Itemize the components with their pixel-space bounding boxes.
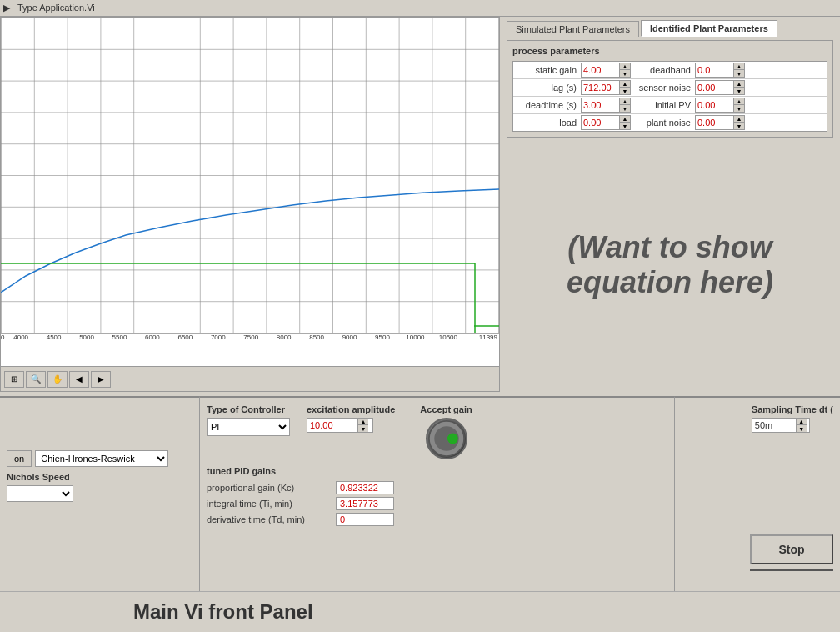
sampling-input-wrap: ▲ ▼ [752, 418, 810, 433]
load-input-wrap: ▲ ▼ [581, 115, 631, 130]
chart-pan-btn[interactable]: ✋ [48, 371, 68, 388]
chart-grid-btn[interactable]: ⊞ [4, 371, 24, 388]
initial-pv-label: initial PV [632, 98, 694, 112]
excitation-section: excitation amplitude ▲ ▼ [307, 404, 395, 459]
sensor-noise-label: sensor noise [632, 81, 694, 94]
lag-label: lag (s) [513, 81, 580, 94]
controller-type-label: Type of Controller [207, 404, 290, 414]
params-row-1: static gain ▲ ▼ deadband ▲ [513, 62, 827, 79]
deadband-input-wrap: ▲ ▼ [695, 63, 745, 78]
params-table: static gain ▲ ▼ deadband ▲ [512, 61, 828, 132]
deadband-up[interactable]: ▲ [734, 63, 744, 70]
tab-simulated[interactable]: Simulated Plant Parameters [507, 21, 639, 37]
params-row-4: load ▲ ▼ plant noise ▲ [513, 114, 827, 131]
chart-controls: ⊞ 🔍 ✋ ◀ ▶ [0, 367, 500, 392]
sampling-input[interactable] [752, 419, 796, 432]
method-row: on Chien-Hrones-Reswick [7, 450, 192, 467]
chart-area: 0 4000 4500 5000 5500 6000 6500 7000 750… [0, 17, 500, 367]
bottom-left: on Chien-Hrones-Reswick Nichols Speed [0, 396, 200, 591]
controller-type-section: Type of Controller PI PID P PD [207, 404, 290, 459]
controller-top: Type of Controller PI PID P PD excitatio… [207, 404, 668, 459]
sampling-label: Sampling Time dt ( [752, 404, 833, 414]
td-label: derivative time (Td, min) [207, 514, 336, 524]
static-gain-label: static gain [513, 63, 580, 77]
right-panel: Simulated Plant Parameters Identified Pl… [500, 17, 840, 396]
sampling-spinner: ▲ ▼ [796, 419, 807, 432]
lag-down[interactable]: ▼ [620, 88, 630, 94]
initial-pv-down[interactable]: ▼ [734, 105, 744, 112]
plant-noise-spinner: ▲ ▼ [733, 116, 744, 129]
deadband-label: deadband [632, 63, 694, 77]
chart-prev-btn[interactable]: ◀ [69, 371, 89, 388]
deadband-input[interactable] [696, 64, 733, 76]
chart-section: 0 4000 4500 5000 5500 6000 6500 7000 750… [0, 17, 500, 396]
static-gain-input[interactable] [582, 64, 619, 76]
controller-type-select[interactable]: PI PID P PD [207, 418, 290, 436]
exc-input[interactable] [308, 419, 358, 432]
exc-amplitude-label: excitation amplitude [307, 404, 395, 414]
deadtime-input[interactable] [582, 99, 619, 111]
static-gain-input-wrap: ▲ ▼ [581, 63, 631, 78]
stop-section: Stop [750, 534, 833, 571]
chart-zoom-btn[interactable]: 🔍 [26, 371, 46, 388]
bottom-area: on Chien-Hrones-Reswick Nichols Speed Ty… [0, 396, 840, 591]
sampling-section: Sampling Time dt ( ▲ ▼ [752, 404, 833, 433]
on-button[interactable]: on [7, 450, 32, 467]
exc-input-wrap: ▲ ▼ [307, 418, 373, 433]
deadband-down[interactable]: ▼ [734, 70, 744, 77]
plant-noise-down[interactable]: ▼ [734, 123, 744, 129]
exc-down[interactable]: ▼ [358, 425, 368, 432]
plant-noise-input[interactable] [696, 117, 733, 128]
gain-row-ti: integral time (Ti, min) 3.157773 [207, 497, 668, 510]
svg-point-7 [447, 434, 458, 444]
kc-label: proportional gain (Kc) [207, 483, 336, 493]
td-value: 0 [336, 513, 394, 526]
static-gain-up[interactable]: ▲ [620, 63, 630, 70]
nichols-select[interactable] [7, 485, 73, 502]
main-title: Main Vi front Panel [133, 600, 840, 624]
sensor-noise-input[interactable] [696, 82, 733, 93]
deadtime-down[interactable]: ▼ [620, 105, 630, 112]
stop-button[interactable]: Stop [750, 534, 833, 564]
params-row-3: deadtime (s) ▲ ▼ initial PV [513, 97, 827, 114]
ti-label: integral time (Ti, min) [207, 499, 336, 509]
initial-pv-input[interactable] [696, 99, 733, 111]
params-panel: process parameters static gain ▲ ▼ deadb… [507, 40, 833, 138]
plant-noise-up[interactable]: ▲ [734, 116, 744, 123]
chart-next-btn[interactable]: ▶ [91, 371, 111, 388]
bottom-center: Type of Controller PI PID P PD excitatio… [200, 396, 675, 591]
nichols-label: Nichols Speed [7, 472, 192, 482]
gain-row-td: derivative time (Td, min) 0 [207, 513, 668, 526]
sampling-down[interactable]: ▼ [797, 425, 807, 432]
sensor-noise-down[interactable]: ▼ [734, 88, 744, 94]
static-gain-down[interactable]: ▼ [620, 70, 630, 77]
sensor-noise-input-wrap: ▲ ▼ [695, 80, 745, 95]
load-down[interactable]: ▼ [620, 123, 630, 129]
accept-gain-section: Accept gain [420, 404, 472, 459]
load-input[interactable] [582, 117, 619, 128]
sampling-up[interactable]: ▲ [797, 419, 807, 425]
deadtime-input-wrap: ▲ ▼ [581, 98, 631, 113]
load-up[interactable]: ▲ [620, 116, 630, 123]
accept-gain-button[interactable] [426, 418, 468, 459]
deadtime-up[interactable]: ▲ [620, 98, 630, 105]
x-axis: 0 4000 4500 5000 5500 6000 6500 7000 750… [1, 333, 499, 341]
deadtime-label: deadtime (s) [513, 98, 580, 112]
lag-up[interactable]: ▲ [620, 81, 630, 88]
lag-input[interactable] [582, 82, 619, 93]
tab-identified[interactable]: Identified Plant Parameters [641, 20, 778, 37]
lag-input-wrap: ▲ ▼ [581, 80, 631, 95]
exc-up[interactable]: ▲ [358, 419, 368, 425]
deadband-spinner: ▲ ▼ [733, 63, 744, 77]
plant-noise-label: plant noise [632, 116, 694, 129]
initial-pv-up[interactable]: ▲ [734, 98, 744, 105]
bottom-right: Sampling Time dt ( ▲ ▼ Stop [675, 396, 840, 591]
svg-rect-1 [1, 18, 499, 333]
load-label: load [513, 116, 580, 129]
params-row-2: lag (s) ▲ ▼ sensor noise ▲ [513, 79, 827, 97]
sensor-noise-up[interactable]: ▲ [734, 81, 744, 88]
plant-noise-input-wrap: ▲ ▼ [695, 115, 745, 130]
method-select[interactable]: Chien-Hrones-Reswick [35, 450, 168, 467]
tuned-title: tuned PID gains [207, 466, 668, 476]
main-title-section: Main Vi front Panel [0, 591, 840, 632]
